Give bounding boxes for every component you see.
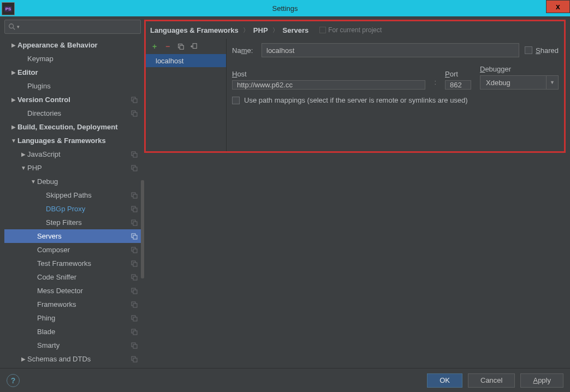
svg-rect-35 [133, 358, 137, 362]
tree-item[interactable]: Blade [4, 325, 141, 338]
settings-tree[interactable]: ▶Appearance & BehaviorKeymap▶EditorPlugi… [4, 38, 141, 366]
tree-item-label: Composer [37, 246, 130, 254]
project-scope-icon [130, 232, 139, 241]
name-input[interactable] [262, 43, 519, 57]
svg-rect-38 [193, 44, 197, 49]
tree-item[interactable]: Code Sniffer [4, 270, 141, 284]
svg-rect-37 [180, 45, 183, 49]
tree-item-label: Appearance & Behavior [17, 41, 141, 49]
tree-item[interactable]: Directories [4, 106, 141, 120]
breadcrumb-root[interactable]: Languages & Frameworks [150, 26, 239, 34]
cancel-button[interactable]: Cancel [468, 373, 515, 388]
name-label: Name: [232, 46, 256, 55]
port-input[interactable] [445, 80, 471, 90]
tree-item-label: Mess Detector [37, 287, 130, 295]
tree-item[interactable]: ▶Build, Execution, Deployment [4, 120, 141, 134]
project-scope-icon [130, 300, 139, 309]
chevron-down-icon: ▼ [10, 138, 17, 144]
path-mappings-checkbox[interactable] [232, 97, 240, 104]
tree-item[interactable]: Composer [4, 243, 141, 257]
server-list-item[interactable]: localhost [146, 54, 226, 67]
window-close-button[interactable]: x [546, 0, 570, 13]
svg-rect-33 [133, 345, 137, 348]
remove-icon[interactable]: − [163, 42, 172, 51]
tree-item[interactable]: ▼Languages & Frameworks [4, 134, 141, 147]
svg-rect-31 [133, 331, 137, 335]
project-scope-icon [130, 273, 139, 282]
help-button[interactable]: ? [7, 374, 20, 387]
svg-rect-23 [133, 276, 137, 280]
tree-item-label: Keymap [27, 55, 141, 63]
project-scope-icon [130, 191, 139, 200]
tree-item[interactable]: ▼PHP [4, 161, 141, 175]
tree-item-label: Blade [37, 328, 130, 336]
tree-item[interactable]: Keymap [4, 52, 141, 66]
dialog-button-bar: ? OK Cancel Apply [0, 368, 570, 392]
tree-item-label: Code Sniffer [37, 273, 130, 281]
tree-item[interactable]: Step Filters [4, 216, 141, 229]
shared-checkbox[interactable] [525, 46, 532, 54]
apply-button[interactable]: Apply [520, 373, 563, 388]
tree-item[interactable]: ▶Version Control [4, 93, 141, 106]
project-scope-icon [130, 205, 139, 213]
svg-rect-7 [133, 153, 137, 157]
tree-item-label: Debug [37, 177, 141, 186]
svg-line-1 [13, 28, 15, 30]
chevron-right-icon: ▶ [10, 97, 17, 103]
debugger-label: Debugger [480, 65, 559, 73]
tree-item[interactable]: Skipped Paths [4, 188, 141, 202]
breadcrumb-servers[interactable]: Servers [283, 26, 309, 34]
tree-item[interactable]: Servers [4, 229, 141, 243]
project-scope-icon [130, 355, 139, 364]
tree-item-label: PHP [27, 164, 130, 172]
tree-item[interactable]: ▶JavaScript [4, 147, 141, 161]
tree-item-label: Schemas and DTDs [27, 355, 130, 363]
tree-item[interactable]: DBGp Proxy [4, 202, 141, 216]
host-input[interactable] [232, 80, 425, 90]
debugger-select[interactable]: Xdebug ▼ [480, 75, 559, 90]
ok-button[interactable]: OK [427, 373, 462, 388]
tree-item-label: DBGp Proxy [46, 205, 130, 213]
tree-item[interactable]: ▶Editor [4, 66, 141, 79]
chevron-right-icon: ▶ [20, 356, 27, 362]
tree-item[interactable]: ▼Debug [4, 175, 141, 188]
project-scope-icon [130, 150, 139, 159]
breadcrumb: Languages & Frameworks 〉 PHP 〉 Servers F… [146, 21, 564, 39]
breadcrumb-php[interactable]: PHP [253, 26, 268, 34]
svg-rect-17 [133, 235, 137, 239]
tree-item[interactable]: Plugins [4, 79, 141, 93]
chevron-right-icon: 〉 [272, 26, 278, 34]
project-scope-icon [130, 246, 139, 254]
project-scope-icon [130, 259, 139, 268]
project-scope-icon [130, 164, 139, 173]
tree-item[interactable]: Mess Detector [4, 284, 141, 298]
tree-item-label: Step Filters [46, 218, 130, 227]
apply-icon[interactable] [189, 42, 198, 51]
host-label: Host [232, 70, 425, 78]
chevron-down-icon: ▼ [546, 76, 555, 89]
search-input[interactable]: ▾ [4, 20, 141, 34]
tree-item[interactable]: ▶Appearance & Behavior [4, 38, 141, 52]
tree-item[interactable]: Phing [4, 311, 141, 325]
add-icon[interactable]: + [150, 42, 159, 51]
search-dropdown-icon[interactable]: ▾ [17, 24, 20, 29]
tree-item[interactable]: Test Frameworks [4, 257, 141, 270]
tree-item[interactable]: Frameworks [4, 298, 141, 311]
tree-item-label: Smarty [37, 341, 130, 349]
project-icon [319, 27, 326, 33]
tree-item[interactable]: Smarty [4, 338, 141, 352]
project-scope-icon [130, 109, 139, 118]
project-scope-icon [130, 328, 139, 336]
server-list-toolbar: + − [146, 39, 226, 54]
project-scope-icon [130, 341, 139, 350]
port-label: Port [445, 70, 471, 78]
search-icon [8, 23, 16, 31]
tree-item-label: Languages & Frameworks [17, 136, 141, 145]
tree-item-label: Plugins [27, 82, 141, 90]
chevron-down-icon: ▼ [20, 165, 27, 171]
svg-rect-11 [133, 194, 137, 198]
tree-item[interactable]: ▶Schemas and DTDs [4, 352, 141, 366]
copy-icon[interactable] [176, 42, 185, 51]
chevron-right-icon: ▶ [10, 124, 17, 130]
highlight-box: Languages & Frameworks 〉 PHP 〉 Servers F… [144, 20, 566, 153]
